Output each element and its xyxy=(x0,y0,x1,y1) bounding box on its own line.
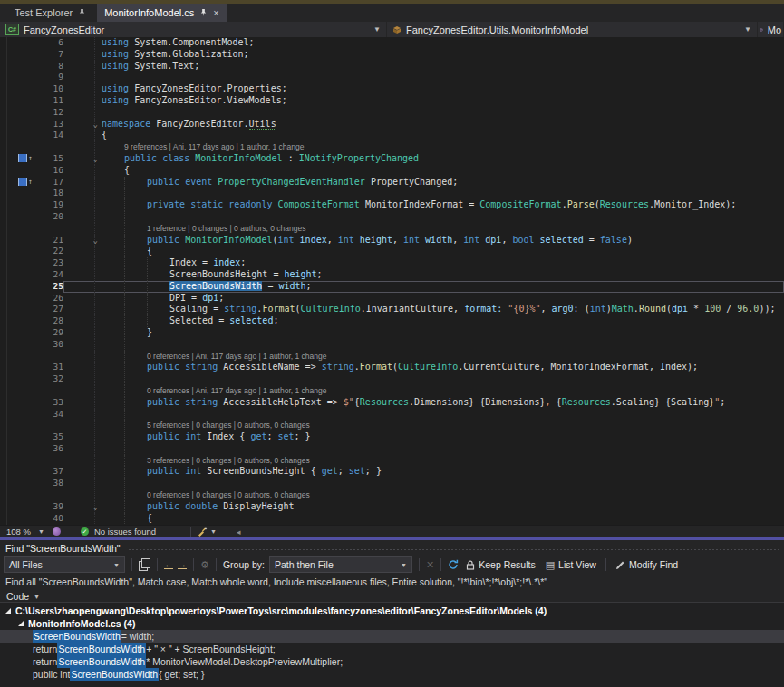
glyph-margin xyxy=(0,501,40,513)
codelens-text: 9 references | Ani, 117 days ago | 1 aut… xyxy=(102,141,784,153)
glyph-margin xyxy=(0,281,40,293)
pin-icon[interactable] xyxy=(199,8,208,17)
margin-change-icon[interactable]: ↑ xyxy=(18,178,33,186)
fold-margin xyxy=(63,489,102,501)
keep-results-toggle[interactable]: Keep Results xyxy=(463,556,537,573)
line-number: 13 xyxy=(40,119,63,131)
type-name: FancyZonesEditor.Utils.MonitorInfoModel xyxy=(406,24,588,35)
find-match-row[interactable]: public int ScreenBoundsWidth { get; set;… xyxy=(0,668,784,681)
code-line[interactable]: 14{ xyxy=(0,130,784,141)
code-line[interactable]: 7using System.Globalization; xyxy=(0,49,784,61)
code-line[interactable]: 21⌄public MonitorInfoModel(int index, in… xyxy=(0,235,784,247)
glyph-margin xyxy=(0,269,40,281)
code-line[interactable]: 27Scaling = string.Format(CultureInfo.In… xyxy=(0,304,784,315)
find-match-row[interactable]: ScreenBoundsWidth = width; xyxy=(0,630,784,643)
code-line[interactable]: 19private static readonly CompositeForma… xyxy=(0,199,784,211)
next-location-button[interactable]: → xyxy=(178,560,187,569)
code-line[interactable]: 34 xyxy=(0,409,784,421)
scroll-left-arrow[interactable]: ◂ xyxy=(237,527,241,537)
code-line[interactable]: 23Index = index; xyxy=(0,257,784,269)
codelens-row[interactable]: 0 references | Ani, 117 days ago | 1 aut… xyxy=(0,351,784,363)
line-number xyxy=(40,385,63,397)
code-line[interactable]: 13⌄namespace FancyZonesEditor.Utils xyxy=(0,119,784,131)
divider xyxy=(193,558,194,571)
code-line[interactable]: 38 xyxy=(0,478,784,489)
close-icon[interactable]: × xyxy=(213,8,218,17)
codelens-row[interactable]: 0 references | Ani, 117 days ago | 1 aut… xyxy=(0,385,784,397)
pin-icon[interactable] xyxy=(78,8,86,17)
options-icon[interactable]: ⚙ xyxy=(200,559,209,571)
clear-results-button[interactable]: ✕ xyxy=(426,559,434,571)
find-group-row[interactable]: MonitorInfoModel.cs (4) xyxy=(0,617,784,630)
fold-chevron-icon[interactable]: ⌄ xyxy=(93,119,98,131)
code-line[interactable]: 11using FancyZonesEditor.ViewModels; xyxy=(0,95,784,107)
find-group-row[interactable]: C:\Users\zhaopengwang\Desktop\powertoys\… xyxy=(0,605,784,617)
expander-triangle-icon[interactable] xyxy=(18,621,24,626)
fold-chevron-icon[interactable]: ⌄ xyxy=(93,235,98,247)
fold-chevron-icon[interactable]: ⌄ xyxy=(93,501,98,513)
fold-margin xyxy=(63,420,102,431)
code-filter-dropdown[interactable]: Code ▼ xyxy=(0,591,784,603)
fold-margin xyxy=(63,269,102,281)
refresh-button[interactable] xyxy=(448,559,459,570)
code-line[interactable]: 35public int Index { get; set; } xyxy=(0,431,784,443)
find-results-panel: Find "ScreenBoundsWidth" All Files ▼ ← →… xyxy=(0,540,784,687)
glyph-margin xyxy=(0,385,40,397)
glyph-margin xyxy=(0,362,40,373)
code-line[interactable]: 32 xyxy=(0,373,784,385)
list-view-toggle[interactable]: ▤ List View xyxy=(543,556,599,573)
code-line[interactable]: 26DPI = dpi; xyxy=(0,293,784,305)
code-line[interactable]: 12 xyxy=(0,107,784,119)
code-line[interactable]: 24ScreenBoundsHeight = height; xyxy=(0,269,784,281)
code-line[interactable]: ↑15⌄public class MonitorInfoModel : INot… xyxy=(0,153,784,165)
codelens-row[interactable]: 0 references | 0 changes | 0 authors, 0 … xyxy=(0,489,784,501)
fold-chevron-icon[interactable]: ⌄ xyxy=(93,153,98,165)
code-line[interactable]: 9 xyxy=(0,72,784,83)
scope-dropdown[interactable]: All Files ▼ xyxy=(4,556,125,573)
codelens-row[interactable]: 1 reference | 0 changes | 0 authors, 0 c… xyxy=(0,223,784,235)
codelens-row[interactable]: 5 references | 0 changes | 0 authors, 0 … xyxy=(0,420,784,431)
code-line[interactable]: 6using System.ComponentModel; xyxy=(0,37,784,49)
code-line[interactable]: 36 xyxy=(0,443,784,455)
find-match-row[interactable]: return ScreenBoundsWidth + " × " + Scree… xyxy=(0,643,784,655)
find-panel-title-bar[interactable]: Find "ScreenBoundsWidth" xyxy=(0,540,784,555)
code-line[interactable]: 31public string AccessibleName => string… xyxy=(0,362,784,373)
expander-triangle-icon[interactable] xyxy=(5,608,11,614)
code-line[interactable]: 37public int ScreenBoundsHeight { get; s… xyxy=(0,466,784,478)
line-number xyxy=(40,420,63,431)
code-line[interactable]: 16{ xyxy=(0,165,784,177)
code-line[interactable]: 18 xyxy=(0,188,784,199)
code-line[interactable]: 29} xyxy=(0,327,784,339)
code-cleanup-button[interactable]: ▼ xyxy=(197,527,217,537)
margin-change-icon[interactable]: ↑ xyxy=(18,154,33,162)
codelens-row[interactable]: 9 references | Ani, 117 days ago | 1 aut… xyxy=(0,141,784,153)
copy-results-button[interactable] xyxy=(139,558,150,571)
code-line[interactable]: 30 xyxy=(0,339,784,351)
code-line[interactable]: 28Selected = selected; xyxy=(0,315,784,327)
code-line[interactable]: 33public string AccessibleHelpText => $"… xyxy=(0,397,784,409)
code-line[interactable]: ↑17public event PropertyChangedEventHand… xyxy=(0,177,784,189)
group-by-label: Group by: xyxy=(223,559,265,570)
code-line[interactable]: 39⌄public double DisplayHeight xyxy=(0,501,784,513)
zoom-level-select[interactable]: 108 % ▼ xyxy=(4,527,47,537)
previous-location-button[interactable]: ← xyxy=(164,560,173,569)
editor-health-icon[interactable] xyxy=(53,527,61,536)
code-line[interactable]: 10using FancyZonesEditor.Properties; xyxy=(0,83,784,95)
code-line[interactable]: 40{ xyxy=(0,513,784,525)
match-suffix: + " × " + ScreenBoundsHeight; xyxy=(146,643,276,655)
code-line[interactable]: 25ScreenBoundsWidth = width; xyxy=(0,281,784,293)
tab-monitorinfomodel[interactable]: MonitorInfoModel.cs × xyxy=(97,4,226,22)
project-dropdown[interactable]: C# FancyZonesEditor ▼ xyxy=(0,22,387,37)
code-line[interactable]: 8using System.Text; xyxy=(0,61,784,73)
code-line[interactable]: 22{ xyxy=(0,246,784,257)
find-match-row[interactable]: return ScreenBoundsWidth * MonitorViewMo… xyxy=(0,655,784,668)
modify-find-button[interactable]: Modify Find xyxy=(613,556,681,573)
tab-test-explorer[interactable]: Test Explorer xyxy=(7,4,93,22)
type-dropdown[interactable]: FancyZonesEditor.Utils.MonitorInfoModel … xyxy=(387,22,758,37)
group-label: C:\Users\zhaopengwang\Desktop\powertoys\… xyxy=(15,605,547,617)
codelens-row[interactable]: 3 references | 0 changes | 0 authors, 0 … xyxy=(0,455,784,467)
member-dropdown[interactable]: Mo xyxy=(758,22,784,37)
code-editor[interactable]: 6using System.ComponentModel;7using Syst… xyxy=(0,37,784,525)
group-by-dropdown[interactable]: Path then File ▼ xyxy=(269,556,412,573)
code-line[interactable]: 20 xyxy=(0,211,784,223)
